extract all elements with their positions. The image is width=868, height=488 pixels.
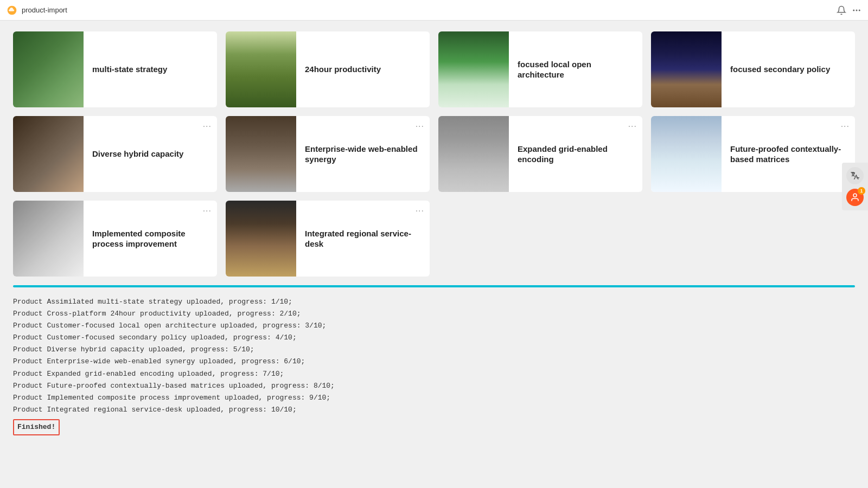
log-line-1: Product Assimilated multi-state strategy… (13, 296, 855, 308)
svg-point-2 (856, 9, 858, 11)
right-sidebar: 1 (842, 163, 868, 210)
card-1-title: multi-state strategy (92, 64, 208, 75)
titlebar-actions (837, 5, 861, 15)
card-7-menu[interactable]: ··· (628, 121, 637, 131)
svg-point-3 (859, 9, 860, 11)
titlebar: product-import (0, 0, 868, 21)
card-6-image (226, 116, 296, 192)
translate-icon (850, 171, 860, 181)
card-9-body: Implemented composite process improvemen… (84, 222, 217, 256)
titlebar-title: product-import (22, 6, 67, 14)
cards-row-2: Diverse hybrid capacity ··· Enterprise-w… (13, 116, 855, 192)
empty-col-2 (651, 201, 855, 277)
card-5[interactable]: Diverse hybrid capacity ··· (13, 116, 217, 192)
card-6-title: Enterprise-wide web-enabled synergy (305, 144, 421, 165)
log-line-10: Product Integrated regional service-desk… (13, 404, 855, 416)
cloud-icon (7, 5, 17, 16)
empty-col-1 (438, 201, 642, 277)
log-line-2: Product Cross-platform 24hour productivi… (13, 308, 855, 320)
card-9-image (13, 201, 84, 277)
card-6-menu[interactable]: ··· (416, 121, 424, 131)
card-3[interactable]: focused local open architecture (438, 31, 642, 107)
card-7-image (438, 116, 509, 192)
log-line-6: Product Enterprise-wide web-enabled syne… (13, 356, 855, 368)
card-3-image (438, 31, 509, 107)
card-2[interactable]: 24hour productivity (226, 31, 430, 107)
notification-badge: 1 (858, 187, 865, 195)
svg-point-1 (853, 9, 854, 11)
card-8[interactable]: Future-proofed contextually-based matric… (651, 116, 855, 192)
card-8-title: Future-proofed contextually-based matric… (730, 144, 846, 165)
user-button[interactable]: 1 (846, 189, 864, 206)
card-1[interactable]: multi-state strategy (13, 31, 217, 107)
log-line-9: Product Implemented composite process im… (13, 392, 855, 404)
card-4-image (651, 31, 722, 107)
finished-container: Finished! (13, 418, 855, 435)
cards-row-3: Implemented composite process improvemen… (13, 201, 855, 277)
log-area: Product Assimilated multi-state strategy… (13, 294, 855, 438)
card-6-body: Enterprise-wide web-enabled synergy (296, 137, 430, 171)
log-line-7: Product Expanded grid-enabled encoding u… (13, 368, 855, 380)
card-5-title: Diverse hybrid capacity (92, 149, 208, 159)
card-2-title: 24hour productivity (305, 64, 421, 75)
card-10-image (226, 201, 296, 277)
card-3-body: focused local open architecture (509, 53, 642, 87)
separator-line (13, 285, 855, 287)
user-icon (850, 192, 860, 202)
card-5-image (13, 116, 84, 192)
card-1-image (13, 31, 84, 107)
finished-badge: Finished! (13, 419, 60, 435)
card-7-title: Expanded grid-enabled encoding (518, 144, 634, 165)
card-10-title: Integrated regional service-desk (305, 228, 421, 249)
card-9-menu[interactable]: ··· (203, 206, 212, 216)
log-line-4: Product Customer-focused secondary polic… (13, 332, 855, 344)
card-2-body: 24hour productivity (296, 57, 430, 81)
translate-button[interactable] (846, 167, 864, 184)
card-4-body: focused secondary policy (722, 57, 855, 81)
card-5-body: Diverse hybrid capacity (84, 142, 217, 166)
card-9[interactable]: Implemented composite process improvemen… (13, 201, 217, 277)
card-7[interactable]: Expanded grid-enabled encoding ··· (438, 116, 642, 192)
card-7-body: Expanded grid-enabled encoding (509, 137, 642, 171)
more-dots-icon[interactable] (852, 5, 861, 15)
card-3-title: focused local open architecture (518, 59, 634, 80)
card-8-body: Future-proofed contextually-based matric… (722, 137, 855, 171)
main-content: multi-state strategy 24hour productivity… (0, 21, 868, 448)
bell-icon[interactable] (837, 5, 846, 15)
svg-point-4 (853, 194, 857, 197)
card-10-menu[interactable]: ··· (416, 206, 424, 216)
card-6[interactable]: Enterprise-wide web-enabled synergy ··· (226, 116, 430, 192)
card-2-image (226, 31, 296, 107)
card-8-image (651, 116, 722, 192)
card-10-body: Integrated regional service-desk (296, 222, 430, 256)
cards-row-1: multi-state strategy 24hour productivity… (13, 31, 855, 107)
card-9-title: Implemented composite process improvemen… (92, 228, 208, 249)
card-4[interactable]: focused secondary policy (651, 31, 855, 107)
log-line-3: Product Customer-focused local open arch… (13, 320, 855, 332)
card-4-title: focused secondary policy (730, 64, 846, 75)
log-line-5: Product Diverse hybrid capacity uploaded… (13, 344, 855, 356)
card-8-menu[interactable]: ··· (841, 121, 850, 131)
card-1-body: multi-state strategy (84, 57, 217, 81)
card-10[interactable]: Integrated regional service-desk ··· (226, 201, 430, 277)
log-line-8: Product Future-proofed contextually-base… (13, 380, 855, 392)
card-5-menu[interactable]: ··· (203, 121, 212, 131)
